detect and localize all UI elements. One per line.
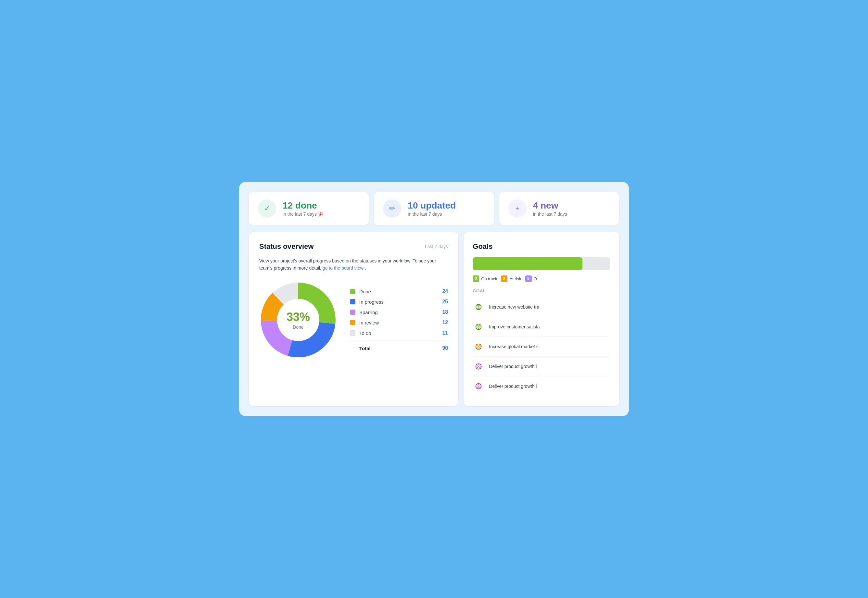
svg-point-11 [478, 366, 479, 367]
main-container: ✓ 12 done in the last 7 days 🎉 ✏ 10 upda… [239, 182, 629, 416]
legend-name-review: In review [359, 320, 442, 326]
chip-badge-off-track: 5 [525, 275, 532, 282]
stat-card-done: ✓ 12 done in the last 7 days 🎉 [249, 191, 369, 226]
goal-item-3[interactable]: Increase global market s [473, 337, 610, 357]
legend-value-review: 12 [442, 320, 448, 326]
legend-total-name: Total [359, 345, 442, 351]
done-icon: ✓ [258, 199, 276, 218]
goal-name-4: Deliver product growth i [489, 364, 537, 369]
goals-column-header: Goal [473, 289, 610, 293]
legend-item-sparring: Sparring 18 [350, 309, 448, 315]
legend-value-inprogress: 25 [442, 299, 448, 305]
donut-center: 33% Done [287, 310, 310, 330]
legend-dot-inprogress [350, 299, 356, 304]
legend-item-review: In review 12 [350, 320, 448, 326]
stat-card-new: + 4 new in the last 7 days [499, 191, 619, 226]
updated-label: in the last 7 days [408, 211, 456, 217]
chip-label-off-track: O [534, 277, 537, 281]
legend-dot-done [350, 289, 356, 294]
status-description: View your project's overall progress bas… [259, 257, 448, 272]
legend-item-todo: To do 11 [350, 330, 448, 336]
description-text-2: . [365, 265, 366, 271]
chart-area: 33% Done Done 24 In progress 25 [259, 281, 448, 359]
status-title: Status overview [259, 242, 314, 251]
stats-row: ✓ 12 done in the last 7 days 🎉 ✏ 10 upda… [249, 191, 619, 226]
done-label: in the last 7 days 🎉 [282, 211, 324, 217]
status-card-header: Status overview Last 7 days [259, 242, 448, 251]
svg-point-8 [478, 346, 479, 347]
target-icon-1 [475, 304, 482, 310]
updated-number: 10 updated [408, 200, 456, 211]
new-info: 4 new in the last 7 days [533, 200, 567, 217]
target-icon-2 [475, 323, 482, 330]
chip-label-on-track: On track [481, 277, 497, 281]
legend-value-done: 24 [442, 289, 448, 294]
legend-total-value: 90 [442, 345, 448, 351]
legend-dot-sparring [350, 309, 356, 315]
donut-label: Done [287, 324, 310, 330]
chip-at-risk[interactable]: 2 At risk [501, 275, 521, 282]
status-period: Last 7 days [425, 244, 448, 249]
chip-on-track[interactable]: 2 On track [473, 275, 497, 282]
goal-icon-4 [473, 360, 484, 372]
target-icon-3 [475, 343, 482, 350]
donut-chart: 33% Done [259, 281, 337, 359]
board-view-link[interactable]: go to the board view [323, 265, 363, 271]
chip-off-track[interactable]: 5 O [525, 275, 537, 282]
legend-value-sparring: 18 [442, 309, 448, 315]
legend-name-todo: To do [359, 330, 442, 336]
done-number: 12 done [282, 200, 324, 211]
goal-icon-5 [473, 380, 484, 392]
svg-point-5 [478, 326, 479, 327]
legend-value-todo: 11 [442, 330, 448, 336]
new-number: 4 new [533, 200, 567, 211]
goal-item-2[interactable]: Improve customer satisfa [473, 317, 610, 337]
chip-badge-on-track: 2 [473, 275, 479, 282]
status-overview-card: Status overview Last 7 days View your pr… [249, 232, 459, 407]
legend-name-sparring: Sparring [359, 309, 442, 315]
goal-name-2: Improve customer satisfa [489, 324, 539, 329]
goal-item-4[interactable]: Deliver product growth i [473, 357, 610, 377]
goals-card: Goals 2 On track 2 At risk 5 O [463, 232, 619, 407]
svg-point-14 [478, 386, 479, 387]
legend-item-done: Done 24 [350, 289, 448, 294]
goal-name-5: Deliver product growth i [489, 384, 537, 389]
legend-dot-todo [350, 330, 356, 336]
progress-bar-fill [473, 257, 583, 270]
filter-chips: 2 On track 2 At risk 5 O [473, 275, 610, 282]
goal-item-5[interactable]: Deliver product growth i [473, 377, 610, 396]
done-info: 12 done in the last 7 days 🎉 [282, 200, 324, 217]
bottom-row: Status overview Last 7 days View your pr… [249, 232, 619, 407]
svg-point-2 [478, 306, 479, 308]
legend-name-done: Done [359, 289, 442, 294]
legend-name-inprogress: In progress [359, 299, 442, 305]
new-icon: + [508, 199, 527, 218]
goal-name-1: Increase new website tra [489, 304, 539, 309]
new-label: in the last 7 days [533, 211, 567, 217]
goal-icon-2 [473, 321, 484, 333]
goals-progress-bar [473, 257, 610, 270]
legend: Done 24 In progress 25 Sparring 18 [350, 289, 448, 351]
goal-icon-3 [473, 341, 484, 353]
updated-info: 10 updated in the last 7 days [408, 200, 456, 217]
goals-title: Goals [473, 242, 610, 251]
legend-total-row: Total 90 [350, 341, 448, 351]
legend-dot-review [350, 320, 356, 325]
donut-percent: 33% [287, 310, 310, 324]
legend-item-inprogress: In progress 25 [350, 299, 448, 305]
target-icon-4 [475, 363, 482, 370]
chip-badge-at-risk: 2 [501, 275, 507, 282]
chip-label-at-risk: At risk [509, 277, 521, 281]
updated-icon: ✏ [383, 199, 401, 218]
target-icon-5 [475, 383, 482, 389]
goal-name-3: Increase global market s [489, 344, 539, 349]
goal-icon-1 [473, 301, 484, 313]
goal-item-1[interactable]: Increase new website tra [473, 297, 610, 317]
stat-card-updated: ✏ 10 updated in the last 7 days [374, 191, 494, 226]
